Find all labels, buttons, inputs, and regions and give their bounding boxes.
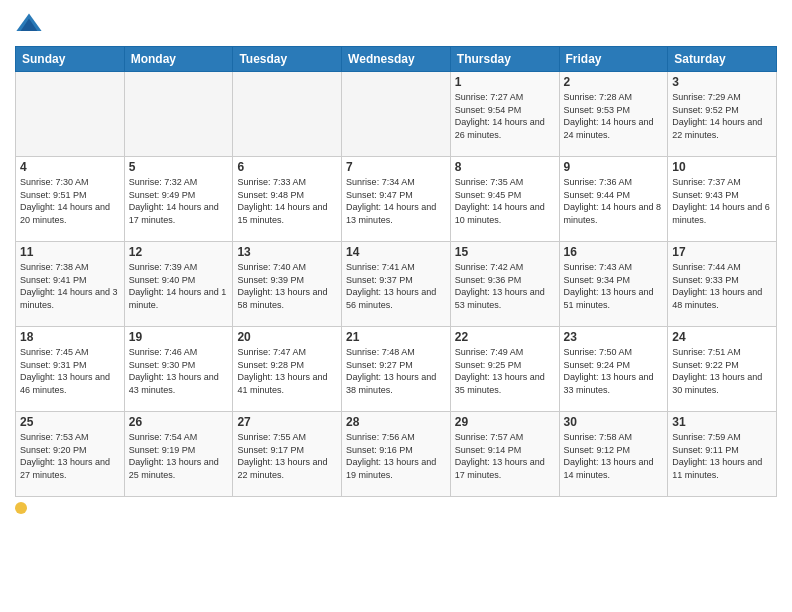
calendar-week-2: 4Sunrise: 7:30 AM Sunset: 9:51 PM Daylig… <box>16 157 777 242</box>
calendar-cell: 17Sunrise: 7:44 AM Sunset: 9:33 PM Dayli… <box>668 242 777 327</box>
day-number: 17 <box>672 245 772 259</box>
day-number: 26 <box>129 415 229 429</box>
day-info: Sunrise: 7:38 AM Sunset: 9:41 PM Dayligh… <box>20 261 120 311</box>
day-number: 7 <box>346 160 446 174</box>
calendar-week-3: 11Sunrise: 7:38 AM Sunset: 9:41 PM Dayli… <box>16 242 777 327</box>
day-info: Sunrise: 7:30 AM Sunset: 9:51 PM Dayligh… <box>20 176 120 226</box>
calendar-header-tuesday: Tuesday <box>233 47 342 72</box>
day-info: Sunrise: 7:50 AM Sunset: 9:24 PM Dayligh… <box>564 346 664 396</box>
day-info: Sunrise: 7:42 AM Sunset: 9:36 PM Dayligh… <box>455 261 555 311</box>
day-number: 24 <box>672 330 772 344</box>
calendar-header-row: SundayMondayTuesdayWednesdayThursdayFrid… <box>16 47 777 72</box>
day-number: 11 <box>20 245 120 259</box>
calendar-cell: 27Sunrise: 7:55 AM Sunset: 9:17 PM Dayli… <box>233 412 342 497</box>
calendar-cell: 22Sunrise: 7:49 AM Sunset: 9:25 PM Dayli… <box>450 327 559 412</box>
calendar-week-1: 1Sunrise: 7:27 AM Sunset: 9:54 PM Daylig… <box>16 72 777 157</box>
day-info: Sunrise: 7:53 AM Sunset: 9:20 PM Dayligh… <box>20 431 120 481</box>
calendar-header-saturday: Saturday <box>668 47 777 72</box>
day-number: 20 <box>237 330 337 344</box>
calendar-cell: 18Sunrise: 7:45 AM Sunset: 9:31 PM Dayli… <box>16 327 125 412</box>
calendar-cell: 19Sunrise: 7:46 AM Sunset: 9:30 PM Dayli… <box>124 327 233 412</box>
day-info: Sunrise: 7:34 AM Sunset: 9:47 PM Dayligh… <box>346 176 446 226</box>
day-info: Sunrise: 7:49 AM Sunset: 9:25 PM Dayligh… <box>455 346 555 396</box>
day-info: Sunrise: 7:45 AM Sunset: 9:31 PM Dayligh… <box>20 346 120 396</box>
calendar-cell: 6Sunrise: 7:33 AM Sunset: 9:48 PM Daylig… <box>233 157 342 242</box>
day-info: Sunrise: 7:40 AM Sunset: 9:39 PM Dayligh… <box>237 261 337 311</box>
calendar-cell: 2Sunrise: 7:28 AM Sunset: 9:53 PM Daylig… <box>559 72 668 157</box>
day-number: 4 <box>20 160 120 174</box>
calendar-header-thursday: Thursday <box>450 47 559 72</box>
day-info: Sunrise: 7:33 AM Sunset: 9:48 PM Dayligh… <box>237 176 337 226</box>
calendar-cell: 31Sunrise: 7:59 AM Sunset: 9:11 PM Dayli… <box>668 412 777 497</box>
day-number: 25 <box>20 415 120 429</box>
day-number: 13 <box>237 245 337 259</box>
day-number: 2 <box>564 75 664 89</box>
calendar-cell: 9Sunrise: 7:36 AM Sunset: 9:44 PM Daylig… <box>559 157 668 242</box>
calendar-cell: 11Sunrise: 7:38 AM Sunset: 9:41 PM Dayli… <box>16 242 125 327</box>
logo <box>15 10 47 38</box>
day-number: 14 <box>346 245 446 259</box>
calendar-cell: 28Sunrise: 7:56 AM Sunset: 9:16 PM Dayli… <box>342 412 451 497</box>
day-info: Sunrise: 7:54 AM Sunset: 9:19 PM Dayligh… <box>129 431 229 481</box>
calendar-header-sunday: Sunday <box>16 47 125 72</box>
day-info: Sunrise: 7:44 AM Sunset: 9:33 PM Dayligh… <box>672 261 772 311</box>
day-number: 15 <box>455 245 555 259</box>
day-number: 18 <box>20 330 120 344</box>
calendar-cell: 10Sunrise: 7:37 AM Sunset: 9:43 PM Dayli… <box>668 157 777 242</box>
day-number: 27 <box>237 415 337 429</box>
day-number: 9 <box>564 160 664 174</box>
calendar-cell: 1Sunrise: 7:27 AM Sunset: 9:54 PM Daylig… <box>450 72 559 157</box>
day-number: 16 <box>564 245 664 259</box>
day-number: 3 <box>672 75 772 89</box>
calendar-cell <box>16 72 125 157</box>
day-info: Sunrise: 7:48 AM Sunset: 9:27 PM Dayligh… <box>346 346 446 396</box>
day-number: 22 <box>455 330 555 344</box>
day-info: Sunrise: 7:29 AM Sunset: 9:52 PM Dayligh… <box>672 91 772 141</box>
calendar-header-friday: Friday <box>559 47 668 72</box>
calendar-cell: 24Sunrise: 7:51 AM Sunset: 9:22 PM Dayli… <box>668 327 777 412</box>
day-number: 23 <box>564 330 664 344</box>
calendar-cell: 23Sunrise: 7:50 AM Sunset: 9:24 PM Dayli… <box>559 327 668 412</box>
calendar-cell: 12Sunrise: 7:39 AM Sunset: 9:40 PM Dayli… <box>124 242 233 327</box>
day-number: 30 <box>564 415 664 429</box>
daylight-dot <box>15 502 27 514</box>
calendar-cell: 14Sunrise: 7:41 AM Sunset: 9:37 PM Dayli… <box>342 242 451 327</box>
day-number: 10 <box>672 160 772 174</box>
day-number: 12 <box>129 245 229 259</box>
day-info: Sunrise: 7:46 AM Sunset: 9:30 PM Dayligh… <box>129 346 229 396</box>
calendar-cell: 3Sunrise: 7:29 AM Sunset: 9:52 PM Daylig… <box>668 72 777 157</box>
calendar-cell: 13Sunrise: 7:40 AM Sunset: 9:39 PM Dayli… <box>233 242 342 327</box>
day-info: Sunrise: 7:47 AM Sunset: 9:28 PM Dayligh… <box>237 346 337 396</box>
calendar-cell <box>233 72 342 157</box>
calendar-cell: 15Sunrise: 7:42 AM Sunset: 9:36 PM Dayli… <box>450 242 559 327</box>
day-info: Sunrise: 7:57 AM Sunset: 9:14 PM Dayligh… <box>455 431 555 481</box>
calendar-cell <box>124 72 233 157</box>
calendar-cell: 16Sunrise: 7:43 AM Sunset: 9:34 PM Dayli… <box>559 242 668 327</box>
day-number: 8 <box>455 160 555 174</box>
calendar-cell: 25Sunrise: 7:53 AM Sunset: 9:20 PM Dayli… <box>16 412 125 497</box>
day-number: 31 <box>672 415 772 429</box>
calendar-cell: 29Sunrise: 7:57 AM Sunset: 9:14 PM Dayli… <box>450 412 559 497</box>
day-info: Sunrise: 7:56 AM Sunset: 9:16 PM Dayligh… <box>346 431 446 481</box>
day-number: 6 <box>237 160 337 174</box>
day-info: Sunrise: 7:35 AM Sunset: 9:45 PM Dayligh… <box>455 176 555 226</box>
calendar-week-5: 25Sunrise: 7:53 AM Sunset: 9:20 PM Dayli… <box>16 412 777 497</box>
calendar-header-monday: Monday <box>124 47 233 72</box>
day-info: Sunrise: 7:41 AM Sunset: 9:37 PM Dayligh… <box>346 261 446 311</box>
calendar-cell: 26Sunrise: 7:54 AM Sunset: 9:19 PM Dayli… <box>124 412 233 497</box>
day-info: Sunrise: 7:28 AM Sunset: 9:53 PM Dayligh… <box>564 91 664 141</box>
page: SundayMondayTuesdayWednesdayThursdayFrid… <box>0 0 792 612</box>
header <box>15 10 777 38</box>
day-number: 1 <box>455 75 555 89</box>
calendar-cell: 5Sunrise: 7:32 AM Sunset: 9:49 PM Daylig… <box>124 157 233 242</box>
day-number: 29 <box>455 415 555 429</box>
day-info: Sunrise: 7:36 AM Sunset: 9:44 PM Dayligh… <box>564 176 664 226</box>
day-info: Sunrise: 7:58 AM Sunset: 9:12 PM Dayligh… <box>564 431 664 481</box>
calendar-cell: 4Sunrise: 7:30 AM Sunset: 9:51 PM Daylig… <box>16 157 125 242</box>
calendar-header-wednesday: Wednesday <box>342 47 451 72</box>
day-info: Sunrise: 7:37 AM Sunset: 9:43 PM Dayligh… <box>672 176 772 226</box>
day-info: Sunrise: 7:43 AM Sunset: 9:34 PM Dayligh… <box>564 261 664 311</box>
day-info: Sunrise: 7:27 AM Sunset: 9:54 PM Dayligh… <box>455 91 555 141</box>
footer <box>15 502 777 514</box>
calendar-table: SundayMondayTuesdayWednesdayThursdayFrid… <box>15 46 777 497</box>
